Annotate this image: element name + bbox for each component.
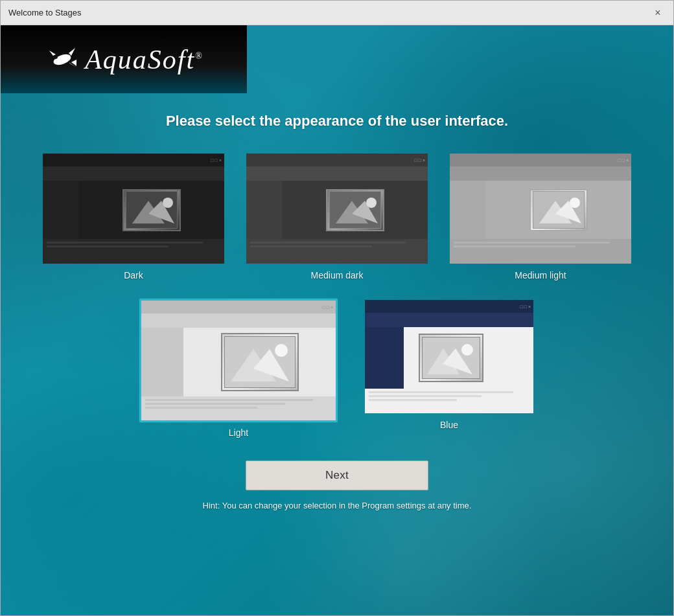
themes-row-bottom: □ □ × [139,299,535,438]
md-image [326,189,384,231]
main-window: Welcome to Stages × [0,0,674,616]
medium-light-miniui: □ □ × [450,154,631,264]
svg-point-19 [570,198,580,208]
mini-controls-md: □ □ × [415,158,425,163]
theme-dark[interactable]: □ □ × [41,152,226,280]
logo-registered: ® [195,51,203,61]
dark-label: Dark [124,270,143,280]
logo: AquaSoft® [44,41,203,77]
theme-blue[interactable]: □ □ × [364,299,535,438]
mini-controls-blue: □ □ × [520,304,531,309]
dolphin-icon [44,41,80,77]
mini-controls-ml: □ □ × [618,158,629,163]
title-bar: Welcome to Stages × [1,1,673,25]
svg-marker-2 [69,48,75,56]
window-title: Welcome to Stages [8,8,81,17]
logo-header: AquaSoft® [1,25,247,93]
svg-point-9 [163,198,173,208]
mountain-icon-md [329,191,381,229]
theme-light[interactable]: □ □ × [139,299,338,438]
mini-controls-dark: □ □ × [211,158,222,163]
svg-marker-5 [71,60,76,66]
theme-dark-preview[interactable]: □ □ × [41,152,226,265]
medium-dark-label: Medium dark [311,270,364,280]
medium-light-label: Medium light [515,270,566,280]
theme-medium-light[interactable]: □ □ × [448,152,633,280]
svg-marker-1 [49,51,56,56]
headline: Please select the appearance of the user… [166,113,508,130]
logo-name: AquaSoft® [85,44,203,75]
mountain-icon-light [224,336,296,388]
blue-miniui: □ □ × [365,300,533,413]
mountain-icon-ml [533,191,585,229]
mountain-icon-blue [422,337,480,379]
theme-medium-light-preview[interactable]: □ □ × [448,152,633,265]
svg-point-24 [275,344,288,357]
main-content: Please select the appearance of the user… [1,93,673,523]
theme-blue-preview[interactable]: □ □ × [364,299,535,415]
themes-row-top: □ □ × [41,152,633,280]
dark-miniui: □ □ × [43,154,224,264]
ml-image [529,189,588,231]
blue-image [419,334,483,382]
light-miniui: □ □ × [141,301,336,420]
theme-medium-dark[interactable]: □ □ × [245,152,429,280]
content-area: AquaSoft® Please select the appearance o… [1,25,673,615]
svg-point-14 [366,198,377,208]
theme-medium-dark-preview[interactable]: □ □ × [245,152,429,265]
blue-label: Blue [440,420,458,430]
light-label: Light [229,428,248,438]
theme-light-preview[interactable]: □ □ × [139,299,338,422]
close-button[interactable]: × [650,5,666,21]
hint-text: Hint: You can change your selection in t… [203,501,472,510]
medium-dark-miniui: □ □ × [246,154,428,264]
dark-image [122,189,181,231]
svg-point-29 [461,344,473,356]
light-image [221,333,299,391]
mini-controls-light: □ □ × [323,305,333,310]
mountain-icon-dark [126,191,178,229]
next-button[interactable]: Next [246,461,428,490]
